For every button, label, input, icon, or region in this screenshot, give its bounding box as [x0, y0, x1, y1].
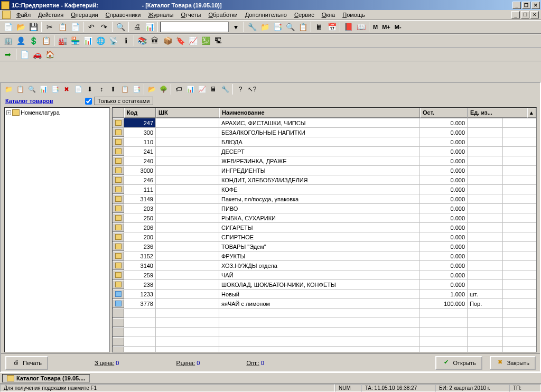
- icon[interactable]: 📄: [18, 49, 30, 60]
- table-row[interactable]: 259ЧАЙ0.000: [113, 270, 536, 280]
- maximize-button[interactable]: ❐: [522, 2, 530, 9]
- icon[interactable]: 🖩: [208, 84, 219, 95]
- child-close-button[interactable]: ✕: [530, 11, 539, 18]
- table-row[interactable]: 3149Пакеты, пл/посуда, упаковка0.000: [113, 194, 536, 204]
- table-row[interactable]: 238ШОКОЛАД, ШОК/БАТОНЧИКИ, КОНФЕТЫ0.000: [113, 280, 536, 290]
- icon[interactable]: 📁: [3, 84, 14, 95]
- print-icon[interactable]: 🖨: [131, 21, 143, 33]
- icon[interactable]: 📑: [50, 84, 60, 95]
- memory-m[interactable]: M: [371, 24, 379, 30]
- menu-помощь[interactable]: Помощь: [339, 11, 369, 19]
- menu-справочники[interactable]: Справочники: [102, 11, 145, 19]
- close-button[interactable]: ✖Закрыть: [490, 356, 536, 370]
- table-row[interactable]: 3000ИНГРЕДИЕНТЫ0.000: [113, 166, 536, 175]
- help-icon[interactable]: ?: [235, 84, 246, 95]
- tool-icon[interactable]: 📑: [272, 21, 283, 33]
- icon[interactable]: 🏪: [69, 35, 81, 46]
- child-restore-button[interactable]: ❐: [521, 11, 529, 18]
- icon[interactable]: ⬇: [85, 84, 95, 95]
- memory-mminus[interactable]: M-: [393, 24, 403, 30]
- menu-дополнительно[interactable]: Дополнительно: [241, 11, 291, 19]
- icon[interactable]: 🏭: [57, 35, 68, 46]
- print-button[interactable]: 🖨Печать: [5, 356, 48, 370]
- arrow-help-icon[interactable]: ↖?: [247, 84, 257, 95]
- table-row[interactable]: 236ТОВАРЫ "Эдем"0.000: [113, 242, 536, 251]
- table-row[interactable]: 206СИГАРЕТЫ0.000: [113, 223, 536, 232]
- icon[interactable]: 🏷: [173, 84, 184, 95]
- child-minimize-button[interactable]: _: [511, 11, 520, 18]
- tool-icon[interactable]: 🔍: [284, 21, 296, 33]
- arrow-icon[interactable]: ➡: [2, 49, 14, 60]
- taskbar-item[interactable]: Каталог Товара (19.05....: [2, 374, 90, 382]
- icon[interactable]: 🔍: [26, 84, 37, 95]
- icon[interactable]: 📚: [136, 35, 148, 46]
- search-input[interactable]: [160, 22, 229, 32]
- col-icon[interactable]: [113, 108, 124, 118]
- col-sk[interactable]: ШК: [156, 108, 219, 118]
- tree-panel[interactable]: + Номенклатура: [4, 107, 110, 352]
- icon[interactable]: 📦: [162, 35, 173, 46]
- icon[interactable]: 🏠: [44, 49, 55, 60]
- paste-icon[interactable]: 📄: [69, 21, 81, 33]
- tree-root-item[interactable]: + Номенклатура: [6, 109, 108, 116]
- close-button[interactable]: ✕: [531, 2, 540, 9]
- grid-body[interactable]: 247АРАХИС, ФИСТАШКИ, ЧИПСЫ0.000300БЕЗАЛК…: [113, 118, 536, 352]
- icon[interactable]: 🏛: [149, 35, 161, 46]
- icon[interactable]: 🏢: [2, 35, 14, 46]
- new-icon[interactable]: 📄: [2, 21, 14, 33]
- table-row[interactable]: 111КОФЕ0.000: [113, 185, 536, 194]
- catalog-link[interactable]: Каталог товаров: [5, 98, 53, 104]
- col-code[interactable]: Код: [124, 108, 156, 118]
- cut-icon[interactable]: ✂: [44, 21, 55, 33]
- icon[interactable]: 🔖: [174, 35, 186, 46]
- col-ost[interactable]: Ост.: [420, 108, 468, 118]
- preview-icon[interactable]: 📊: [144, 21, 155, 33]
- table-row[interactable]: 3140ХОЗ.НУЖДЫ отдела0.000: [113, 261, 536, 270]
- table-row[interactable]: 203ПИВО0.000: [113, 204, 536, 213]
- icon[interactable]: 🌳: [158, 84, 169, 95]
- icon[interactable]: 💹: [200, 35, 211, 46]
- open-button[interactable]: ✔Открыть: [435, 356, 482, 370]
- icon[interactable]: 🏗: [212, 35, 224, 46]
- open-icon[interactable]: 📂: [15, 21, 26, 33]
- tool-icon[interactable]: 🔧: [246, 21, 258, 33]
- help-icon[interactable]: 📖: [355, 21, 367, 33]
- calendar-icon[interactable]: 📅: [326, 21, 338, 33]
- menu-отчеты[interactable]: Отчеты: [177, 11, 204, 19]
- table-row[interactable]: 240ЖЕВ/РЕЗИНКА, ДРАЖЕ0.000: [113, 156, 536, 166]
- memory-mplus[interactable]: M+: [380, 24, 392, 30]
- icon[interactable]: 💲: [27, 35, 39, 46]
- table-row[interactable]: 247АРАХИС, ФИСТАШКИ, ЧИПСЫ0.000: [113, 118, 536, 128]
- icon[interactable]: 🔧: [220, 84, 230, 95]
- menu-файл[interactable]: Файл: [13, 11, 34, 19]
- tool-icon[interactable]: 📁: [259, 21, 270, 33]
- menu-действия[interactable]: Действия: [34, 11, 67, 19]
- icon[interactable]: 📊: [185, 84, 195, 95]
- minimize-button[interactable]: _: [512, 2, 521, 9]
- icon[interactable]: 👤: [15, 35, 26, 46]
- menu-операции[interactable]: Операции: [67, 11, 101, 19]
- menu-журналы[interactable]: Журналы: [144, 11, 177, 19]
- icon[interactable]: 📄: [73, 84, 83, 95]
- table-row[interactable]: 250РЫБКА, СУХАРИКИ0.000: [113, 213, 536, 223]
- menu-окна[interactable]: Окна: [318, 11, 339, 19]
- table-row[interactable]: 300БЕЗАЛКОГОЛЬНЫЕ НАПИТКИ0.000: [113, 128, 536, 137]
- table-row[interactable]: 3778яяЧАЙ с лимоном100.000Пор.: [113, 299, 536, 309]
- table-row[interactable]: 200СПИРТНОЕ0.000: [113, 232, 536, 242]
- dropdown-icon[interactable]: ▾: [230, 21, 241, 33]
- icon[interactable]: 📂: [146, 84, 157, 95]
- menu-обработки[interactable]: Обработки: [204, 11, 241, 19]
- table-row[interactable]: 110БЛЮДА0.000: [113, 137, 536, 147]
- icon[interactable]: 📋: [40, 35, 52, 46]
- table-row[interactable]: 3152ФРУКТЫ0.000: [113, 251, 536, 261]
- icon[interactable]: 📡: [107, 35, 119, 46]
- icon[interactable]: 📊: [82, 35, 94, 46]
- icon[interactable]: ↕: [96, 84, 107, 95]
- redo-icon[interactable]: ↷: [98, 21, 110, 33]
- menu-сервис[interactable]: Сервис: [291, 11, 318, 19]
- delete-icon[interactable]: ✖: [61, 84, 72, 95]
- undo-icon[interactable]: ↶: [86, 21, 97, 33]
- icon[interactable]: 📊: [38, 84, 49, 95]
- table-row[interactable]: 1233Новый1.000шт.: [113, 290, 536, 299]
- icon[interactable]: 📈: [197, 84, 207, 95]
